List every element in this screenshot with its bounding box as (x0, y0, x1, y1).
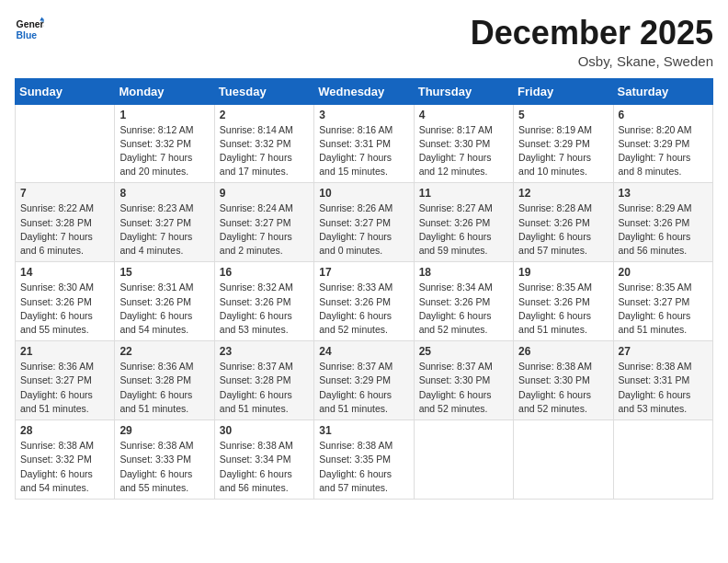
day-info: Sunrise: 8:24 AMSunset: 3:27 PMDaylight:… (220, 201, 309, 258)
day-number: 30 (220, 424, 309, 437)
day-info: Sunrise: 8:38 AMSunset: 3:31 PMDaylight:… (619, 360, 708, 416)
calendar-week-1: 1Sunrise: 8:12 AMSunset: 3:32 PMDaylight… (16, 104, 713, 183)
calendar-cell: 14Sunrise: 8:30 AMSunset: 3:26 PMDayligh… (16, 262, 115, 341)
weekday-header-wednesday: Wednesday (314, 78, 414, 104)
weekday-header-sunday: Sunday (16, 78, 115, 104)
day-number: 10 (319, 187, 408, 200)
weekday-header-thursday: Thursday (414, 78, 513, 104)
calendar-cell: 15Sunrise: 8:31 AMSunset: 3:26 PMDayligh… (115, 262, 214, 341)
calendar-week-2: 7Sunrise: 8:22 AMSunset: 3:28 PMDaylight… (16, 183, 713, 262)
calendar-cell: 6Sunrise: 8:20 AMSunset: 3:29 PMDaylight… (613, 104, 712, 183)
weekday-header-friday: Friday (514, 78, 613, 104)
calendar-cell: 4Sunrise: 8:17 AMSunset: 3:30 PMDaylight… (414, 104, 513, 183)
day-number: 26 (518, 345, 608, 358)
day-info: Sunrise: 8:20 AMSunset: 3:29 PMDaylight:… (619, 123, 708, 179)
calendar-cell: 12Sunrise: 8:28 AMSunset: 3:26 PMDayligh… (514, 183, 613, 262)
day-info: Sunrise: 8:23 AMSunset: 3:27 PMDaylight:… (119, 201, 209, 258)
day-number: 4 (419, 109, 508, 121)
day-info: Sunrise: 8:26 AMSunset: 3:27 PMDaylight:… (319, 201, 408, 258)
calendar-cell: 11Sunrise: 8:27 AMSunset: 3:26 PMDayligh… (414, 183, 513, 262)
calendar: SundayMondayTuesdayWednesdayThursdayFrid… (15, 78, 713, 500)
calendar-cell: 7Sunrise: 8:22 AMSunset: 3:28 PMDaylight… (16, 183, 115, 262)
calendar-cell: 28Sunrise: 8:38 AMSunset: 3:32 PMDayligh… (16, 420, 115, 500)
calendar-cell: 9Sunrise: 8:24 AMSunset: 3:27 PMDaylight… (214, 183, 313, 262)
day-info: Sunrise: 8:31 AMSunset: 3:26 PMDaylight:… (119, 281, 209, 337)
calendar-cell: 13Sunrise: 8:29 AMSunset: 3:26 PMDayligh… (613, 183, 712, 262)
location: Osby, Skane, Sweden (471, 53, 713, 69)
calendar-cell: 27Sunrise: 8:38 AMSunset: 3:31 PMDayligh… (613, 341, 712, 420)
weekday-header-tuesday: Tuesday (214, 78, 313, 104)
day-info: Sunrise: 8:35 AMSunset: 3:26 PMDaylight:… (518, 281, 608, 337)
day-number: 22 (119, 345, 209, 358)
day-number: 15 (119, 266, 209, 279)
calendar-cell: 2Sunrise: 8:14 AMSunset: 3:32 PMDaylight… (214, 104, 313, 183)
day-info: Sunrise: 8:35 AMSunset: 3:27 PMDaylight:… (619, 281, 708, 337)
calendar-cell: 30Sunrise: 8:38 AMSunset: 3:34 PMDayligh… (214, 420, 313, 500)
day-number: 24 (319, 345, 408, 358)
day-info: Sunrise: 8:22 AMSunset: 3:28 PMDaylight:… (20, 201, 109, 258)
day-info: Sunrise: 8:14 AMSunset: 3:32 PMDaylight:… (220, 123, 309, 179)
calendar-cell: 20Sunrise: 8:35 AMSunset: 3:27 PMDayligh… (613, 262, 712, 341)
day-info: Sunrise: 8:28 AMSunset: 3:26 PMDaylight:… (518, 201, 608, 258)
day-number: 2 (220, 109, 309, 121)
day-info: Sunrise: 8:19 AMSunset: 3:29 PMDaylight:… (518, 123, 608, 179)
day-number: 17 (319, 266, 408, 279)
day-number: 27 (619, 345, 708, 358)
calendar-cell: 25Sunrise: 8:37 AMSunset: 3:30 PMDayligh… (414, 341, 513, 420)
day-info: Sunrise: 8:38 AMSunset: 3:32 PMDaylight:… (20, 439, 109, 495)
day-info: Sunrise: 8:37 AMSunset: 3:30 PMDaylight:… (419, 360, 508, 416)
day-info: Sunrise: 8:37 AMSunset: 3:28 PMDaylight:… (220, 360, 309, 416)
day-number: 16 (220, 266, 309, 279)
day-number: 7 (20, 187, 109, 200)
day-info: Sunrise: 8:38 AMSunset: 3:30 PMDaylight:… (518, 360, 608, 416)
day-info: Sunrise: 8:30 AMSunset: 3:26 PMDaylight:… (20, 281, 109, 337)
day-number: 13 (619, 187, 708, 200)
day-number: 11 (419, 187, 508, 200)
day-info: Sunrise: 8:27 AMSunset: 3:26 PMDaylight:… (419, 201, 508, 258)
day-info: Sunrise: 8:33 AMSunset: 3:26 PMDaylight:… (319, 281, 408, 337)
calendar-cell: 3Sunrise: 8:16 AMSunset: 3:31 PMDaylight… (314, 104, 414, 183)
calendar-cell (16, 104, 115, 183)
calendar-body: 1Sunrise: 8:12 AMSunset: 3:32 PMDaylight… (16, 104, 713, 499)
weekday-row: SundayMondayTuesdayWednesdayThursdayFrid… (16, 78, 713, 104)
day-number: 14 (20, 266, 109, 279)
day-info: Sunrise: 8:36 AMSunset: 3:27 PMDaylight:… (20, 360, 109, 416)
calendar-header: SundayMondayTuesdayWednesdayThursdayFrid… (16, 78, 713, 104)
day-number: 23 (220, 345, 309, 358)
weekday-header-saturday: Saturday (613, 78, 712, 104)
calendar-cell: 31Sunrise: 8:38 AMSunset: 3:35 PMDayligh… (314, 420, 414, 500)
day-info: Sunrise: 8:12 AMSunset: 3:32 PMDaylight:… (119, 123, 209, 179)
day-info: Sunrise: 8:38 AMSunset: 3:35 PMDaylight:… (319, 439, 408, 495)
svg-text:Blue: Blue (17, 30, 38, 40)
day-info: Sunrise: 8:37 AMSunset: 3:29 PMDaylight:… (319, 360, 408, 416)
month-title: December 2025 (471, 15, 713, 52)
day-number: 3 (319, 109, 408, 121)
calendar-cell: 23Sunrise: 8:37 AMSunset: 3:28 PMDayligh… (214, 341, 313, 420)
day-info: Sunrise: 8:16 AMSunset: 3:31 PMDaylight:… (319, 123, 408, 179)
calendar-cell: 18Sunrise: 8:34 AMSunset: 3:26 PMDayligh… (414, 262, 513, 341)
calendar-cell: 26Sunrise: 8:38 AMSunset: 3:30 PMDayligh… (514, 341, 613, 420)
day-number: 18 (419, 266, 508, 279)
calendar-cell: 17Sunrise: 8:33 AMSunset: 3:26 PMDayligh… (314, 262, 414, 341)
day-number: 25 (419, 345, 508, 358)
day-number: 31 (319, 424, 408, 437)
logo: General Blue (15, 15, 44, 44)
calendar-cell (613, 420, 712, 500)
header: General Blue December 2025 Osby, Skane, … (15, 15, 713, 69)
calendar-cell: 21Sunrise: 8:36 AMSunset: 3:27 PMDayligh… (16, 341, 115, 420)
calendar-cell: 29Sunrise: 8:38 AMSunset: 3:33 PMDayligh… (115, 420, 214, 500)
calendar-week-4: 21Sunrise: 8:36 AMSunset: 3:27 PMDayligh… (16, 341, 713, 420)
day-info: Sunrise: 8:36 AMSunset: 3:28 PMDaylight:… (119, 360, 209, 416)
calendar-cell: 8Sunrise: 8:23 AMSunset: 3:27 PMDaylight… (115, 183, 214, 262)
day-number: 9 (220, 187, 309, 200)
logo-icon: General Blue (15, 15, 44, 44)
day-number: 28 (20, 424, 109, 437)
day-info: Sunrise: 8:29 AMSunset: 3:26 PMDaylight:… (619, 201, 708, 258)
day-number: 20 (619, 266, 708, 279)
day-info: Sunrise: 8:17 AMSunset: 3:30 PMDaylight:… (419, 123, 508, 179)
calendar-cell: 5Sunrise: 8:19 AMSunset: 3:29 PMDaylight… (514, 104, 613, 183)
day-number: 6 (619, 109, 708, 121)
day-info: Sunrise: 8:34 AMSunset: 3:26 PMDaylight:… (419, 281, 508, 337)
calendar-cell (414, 420, 513, 500)
calendar-week-3: 14Sunrise: 8:30 AMSunset: 3:26 PMDayligh… (16, 262, 713, 341)
